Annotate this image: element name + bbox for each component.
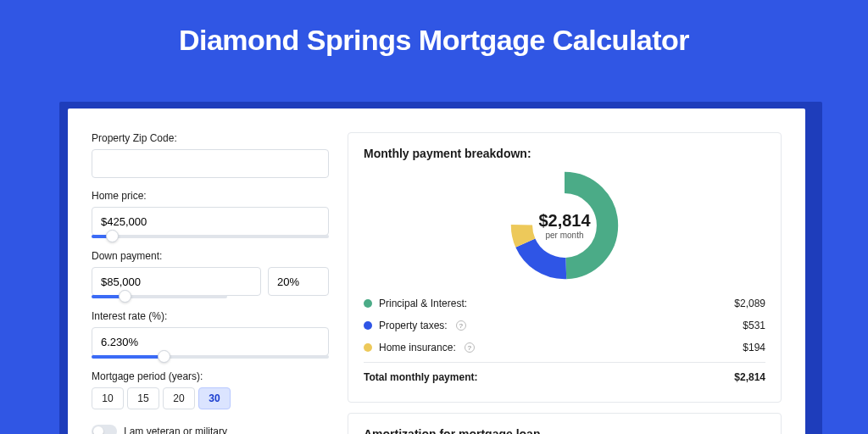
period-30-button[interactable]: 30	[198, 387, 231, 409]
period-buttons: 10 15 20 30	[92, 387, 329, 409]
rate-slider[interactable]	[92, 355, 329, 359]
legend-value: $194	[743, 342, 765, 353]
down-label: Down payment:	[92, 250, 329, 262]
period-20-button[interactable]: 20	[163, 387, 195, 409]
veteran-toggle[interactable]	[92, 425, 117, 434]
period-10-button[interactable]: 10	[92, 387, 124, 409]
legend-value: $2,089	[734, 298, 765, 309]
rate-group: Interest rate (%):	[92, 310, 329, 359]
donut-center-label: per month	[545, 231, 583, 240]
legend-row-insurance: Home insurance: ? $194	[364, 337, 765, 359]
total-value: $2,814	[734, 371, 765, 383]
rate-input[interactable]	[92, 327, 329, 356]
veteran-label: I am veteran or military	[124, 426, 227, 434]
dot-icon	[364, 299, 372, 308]
zip-input[interactable]	[92, 149, 329, 178]
price-input[interactable]	[92, 207, 329, 236]
zip-group: Property Zip Code:	[92, 132, 329, 178]
breakdown-card: Monthly payment breakdown: $2,814 per mo…	[348, 132, 782, 403]
legend-row-taxes: Property taxes: ? $531	[364, 314, 765, 337]
legend-row-principal: Principal & Interest: $2,089	[364, 292, 765, 314]
legend-row-total: Total monthly payment: $2,814	[364, 362, 765, 388]
price-slider[interactable]	[92, 235, 329, 238]
period-group: Mortgage period (years): 10 15 20 30	[92, 370, 329, 409]
rate-label: Interest rate (%):	[92, 310, 329, 322]
total-label: Total monthly payment:	[364, 371, 477, 383]
price-group: Home price:	[92, 190, 329, 238]
legend-value: $531	[743, 320, 765, 331]
info-icon[interactable]: ?	[456, 320, 466, 331]
period-label: Mortgage period (years):	[92, 370, 329, 382]
calculator-panel: Property Zip Code: Home price: Down paym…	[68, 108, 805, 434]
inputs-column: Property Zip Code: Home price: Down paym…	[92, 132, 329, 434]
results-column: Monthly payment breakdown: $2,814 per mo…	[348, 132, 782, 434]
veteran-row: I am veteran or military	[92, 425, 329, 434]
down-percent-input[interactable]	[268, 267, 329, 296]
zip-label: Property Zip Code:	[92, 132, 329, 144]
info-icon[interactable]: ?	[465, 342, 475, 353]
amortization-heading: Amortization for mortgage loan	[364, 427, 765, 434]
breakdown-heading: Monthly payment breakdown:	[364, 147, 765, 160]
legend-label: Property taxes:	[379, 320, 448, 331]
amortization-card: Amortization for mortgage loan Amortizat…	[348, 413, 782, 434]
page-title: Diamond Springs Mortgage Calculator	[0, 0, 868, 72]
legend-label: Principal & Interest:	[379, 298, 467, 309]
down-amount-input[interactable]	[92, 267, 261, 296]
dot-icon	[364, 321, 372, 330]
down-group: Down payment:	[92, 250, 329, 298]
dot-icon	[364, 343, 372, 352]
donut-chart: $2,814 per month	[364, 167, 765, 292]
donut-center-value: $2,814	[538, 211, 590, 231]
down-slider[interactable]	[92, 295, 227, 298]
price-label: Home price:	[92, 190, 329, 202]
legend-label: Home insurance:	[379, 342, 456, 353]
period-15-button[interactable]: 15	[127, 387, 159, 409]
